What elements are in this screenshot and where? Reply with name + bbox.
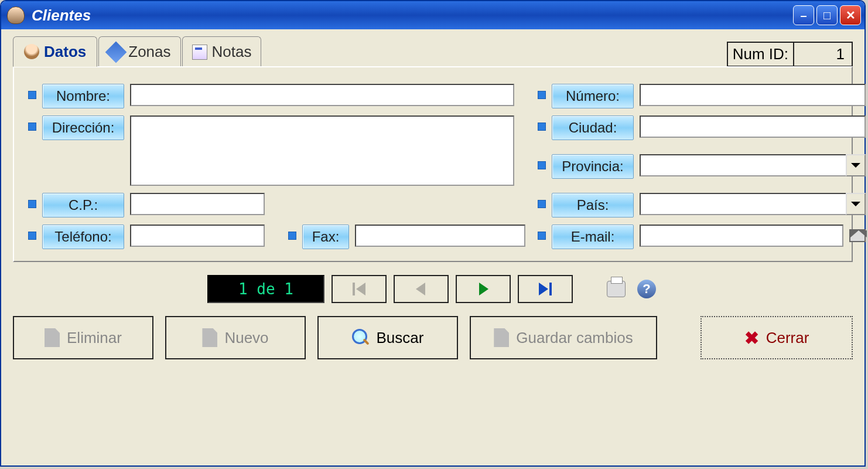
minimize-button[interactable]: – <box>793 5 814 25</box>
label-ciudad: Ciudad: <box>552 115 634 140</box>
delete-button[interactable]: Eliminar <box>13 316 153 359</box>
window-title: Clientes <box>32 6 91 25</box>
bullet-icon <box>28 232 36 240</box>
label-numero: Número: <box>552 84 634 108</box>
titlebar[interactable]: Clientes – □ ✕ <box>1 1 864 29</box>
tab-zonas[interactable]: Zonas <box>98 36 180 67</box>
svg-marker-3 <box>479 283 488 295</box>
input-email[interactable] <box>640 225 843 247</box>
user-icon <box>24 44 39 59</box>
chevron-down-icon[interactable] <box>846 193 866 215</box>
chevron-down-icon[interactable] <box>846 154 866 176</box>
input-cp[interactable] <box>130 193 265 215</box>
field-nombre: Nombre: <box>28 84 514 108</box>
app-icon <box>7 6 25 24</box>
button-label: Nuevo <box>224 329 268 347</box>
button-label: Eliminar <box>67 329 122 347</box>
combo-provincia[interactable] <box>640 154 846 176</box>
maximize-button[interactable]: □ <box>816 5 838 25</box>
label-telefono: Teléfono: <box>42 225 124 249</box>
help-button[interactable]: ? <box>635 277 658 301</box>
label-direccion: Dirección: <box>42 115 124 140</box>
field-telefono-fax: Teléfono: Fax: <box>28 225 514 249</box>
bullet-icon <box>538 91 546 99</box>
close-icon: ✖ <box>744 328 759 348</box>
tab-row: Datos Zonas Notas Num ID: 1 <box>13 36 853 67</box>
window-clientes: Clientes – □ ✕ Datos Zonas Notas Num ID:… <box>0 0 866 467</box>
num-id-label: Num ID: <box>727 42 794 67</box>
tab-label: Zonas <box>128 43 170 61</box>
svg-marker-4 <box>539 283 548 295</box>
button-label: Guardar cambios <box>516 329 633 347</box>
document-icon <box>494 328 509 347</box>
document-icon <box>202 328 217 347</box>
label-nombre: Nombre: <box>42 84 124 108</box>
client-area: Datos Zonas Notas Num ID: 1 Nombre: <box>1 29 864 465</box>
svg-marker-1 <box>356 283 365 295</box>
label-provincia: Provincia: <box>552 154 634 179</box>
document-icon <box>45 328 60 347</box>
nav-row: 1 de 1 ? <box>13 275 853 303</box>
button-row: Eliminar Nuevo Buscar Guardar cambios ✖ … <box>13 316 853 359</box>
input-ciudad[interactable] <box>640 115 866 138</box>
svg-rect-5 <box>549 283 552 295</box>
close-button[interactable]: ✖ Cerrar <box>700 316 853 359</box>
nav-next-button[interactable] <box>456 275 511 303</box>
record-counter: 1 de 1 <box>207 275 324 303</box>
bullet-icon <box>28 200 36 208</box>
bullet-icon <box>538 123 546 131</box>
bullet-icon <box>538 200 546 208</box>
tab-datos[interactable]: Datos <box>13 36 97 67</box>
tab-label: Datos <box>44 43 86 61</box>
svg-marker-2 <box>416 283 425 295</box>
input-direccion[interactable] <box>130 115 514 186</box>
field-ciudad: Ciudad: <box>538 115 866 147</box>
nav-first-button[interactable] <box>332 275 387 303</box>
bullet-icon <box>538 232 546 240</box>
combo-pais[interactable] <box>640 193 846 215</box>
bullet-icon <box>28 123 36 131</box>
nav-last-button[interactable] <box>518 275 573 303</box>
bullet-icon <box>288 232 296 240</box>
field-numero: Número: <box>538 84 866 108</box>
num-id-value: 1 <box>794 42 853 67</box>
search-icon <box>352 329 370 346</box>
button-label: Cerrar <box>766 329 809 347</box>
field-direccion: Dirección: <box>28 115 514 186</box>
button-label: Buscar <box>377 329 424 347</box>
label-cp: C.P.: <box>42 193 124 217</box>
save-button[interactable]: Guardar cambios <box>470 316 657 359</box>
note-icon <box>192 45 207 60</box>
bullet-icon <box>538 161 546 169</box>
window-close-button[interactable]: ✕ <box>840 5 861 25</box>
field-email: E-mail: <box>538 225 866 249</box>
field-provincia: Provincia: <box>538 154 866 186</box>
input-numero[interactable] <box>640 84 866 106</box>
field-cp: C.P.: <box>28 193 514 217</box>
input-nombre[interactable] <box>130 84 514 106</box>
label-pais: País: <box>552 193 634 217</box>
input-telefono[interactable] <box>130 225 265 247</box>
search-button[interactable]: Buscar <box>317 316 458 359</box>
label-fax: Fax: <box>302 225 349 249</box>
input-fax[interactable] <box>355 225 525 247</box>
box-icon <box>105 41 127 63</box>
label-email: E-mail: <box>552 225 634 249</box>
new-button[interactable]: Nuevo <box>165 316 306 359</box>
form-panel: Nombre: Número: Dirección: <box>13 66 853 262</box>
envelope-icon[interactable] <box>849 229 866 242</box>
help-icon: ? <box>637 280 656 298</box>
print-button[interactable] <box>604 277 628 301</box>
nav-prev-button[interactable] <box>394 275 449 303</box>
tab-notas[interactable]: Notas <box>182 36 262 67</box>
svg-rect-0 <box>353 283 355 295</box>
bullet-icon <box>28 91 36 99</box>
field-pais: País: <box>538 193 866 217</box>
tab-label: Notas <box>212 43 252 61</box>
printer-icon <box>607 281 626 297</box>
num-id-group: Num ID: 1 <box>727 42 853 67</box>
